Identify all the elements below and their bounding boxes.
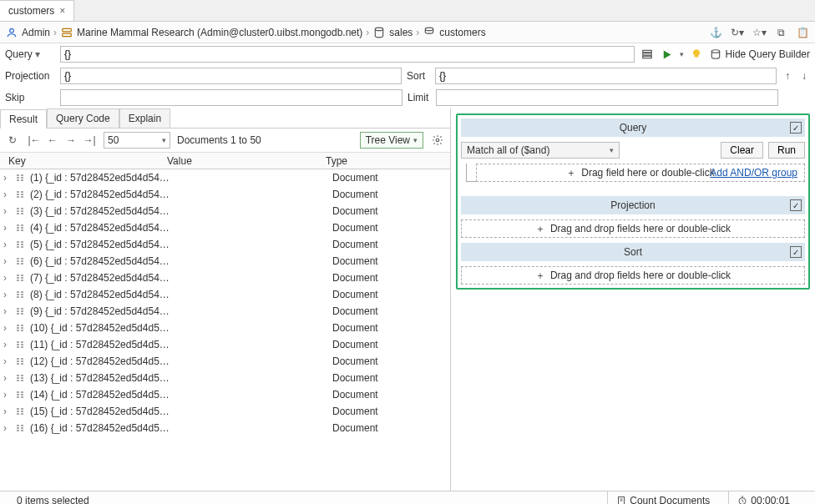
tab-explain[interactable]: Explain bbox=[119, 108, 170, 128]
expand-icon[interactable]: › bbox=[3, 389, 13, 401]
table-row[interactable]: ›(9) {_id : 57d28452ed5d4d54e8 { 13 fiel… bbox=[0, 303, 450, 320]
query-row: Query ▾ ▾ Hide Query Builder bbox=[0, 43, 815, 65]
chevron-down-icon[interactable]: ▾ bbox=[35, 48, 40, 60]
expand-icon[interactable]: › bbox=[3, 322, 13, 334]
anchor-icon[interactable]: ⚓ bbox=[708, 25, 723, 40]
svg-rect-5 bbox=[642, 50, 651, 52]
expand-icon[interactable]: › bbox=[3, 422, 13, 434]
qb-sort-checkbox[interactable]: ✓ bbox=[790, 246, 802, 258]
bulb-icon[interactable] bbox=[689, 47, 704, 62]
query-dropzone[interactable]: ＋ Drag field here or double-click Add AN… bbox=[476, 164, 805, 182]
expand-icon[interactable]: › bbox=[3, 289, 13, 300]
table-row[interactable]: ›(16) {_id : 57d28452ed5d4d54e { 13 fiel… bbox=[0, 420, 450, 436]
expand-icon[interactable]: › bbox=[3, 372, 13, 384]
expand-icon[interactable]: › bbox=[3, 205, 13, 217]
table-row[interactable]: ›(4) {_id : 57d28452ed5d4d54e8 { 13 fiel… bbox=[0, 219, 450, 236]
prev-page-icon[interactable]: ← bbox=[45, 133, 60, 148]
status-selection: 0 items selected bbox=[17, 495, 89, 505]
row-key: (12) {_id : 57d28452ed5d4d54e { 14 field… bbox=[27, 355, 174, 367]
refresh-icon[interactable]: ↻ bbox=[5, 133, 20, 148]
next-page-icon[interactable]: → bbox=[63, 133, 78, 148]
match-operator-select[interactable]: Match all of ($and)▾ bbox=[461, 142, 620, 159]
tab-querycode[interactable]: Query Code bbox=[47, 108, 119, 128]
col-value[interactable]: Value bbox=[167, 155, 326, 167]
table-row[interactable]: ›(14) {_id : 57d28452ed5d4d54e { 14 fiel… bbox=[0, 386, 450, 403]
document-icon bbox=[13, 289, 27, 300]
row-type: Document bbox=[332, 255, 450, 267]
star-dropdown-icon[interactable]: ☆▾ bbox=[752, 25, 767, 40]
projection-input[interactable] bbox=[60, 68, 402, 84]
breadcrumb-cluster[interactable]: Marine Mammal Research (Admin@cluster0.u… bbox=[77, 27, 362, 38]
col-key[interactable]: Key bbox=[0, 155, 167, 167]
table-row[interactable]: ›(10) {_id : 57d28452ed5d4d54e { 14 fiel… bbox=[0, 320, 450, 336]
qb-query-checkbox[interactable]: ✓ bbox=[790, 122, 802, 134]
options-icon[interactable] bbox=[640, 47, 655, 62]
refresh-dropdown-icon[interactable]: ↻▾ bbox=[730, 25, 745, 40]
row-key: (8) {_id : 57d28452ed5d4d54e8 { 13 field… bbox=[27, 289, 174, 300]
table-row[interactable]: ›(3) {_id : 57d28452ed5d4d54e8 { 13 fiel… bbox=[0, 203, 450, 219]
expand-icon[interactable]: › bbox=[3, 305, 13, 317]
row-type: Document bbox=[332, 272, 450, 284]
row-type: Document bbox=[332, 372, 450, 384]
table-row[interactable]: ›(7) {_id : 57d28452ed5d4d54e8 { 14 fiel… bbox=[0, 270, 450, 286]
sort-desc-icon[interactable]: ↓ bbox=[798, 70, 810, 82]
table-row[interactable]: ›(12) {_id : 57d28452ed5d4d54e { 14 fiel… bbox=[0, 353, 450, 370]
expand-icon[interactable]: › bbox=[3, 255, 13, 267]
table-row[interactable]: ›(8) {_id : 57d28452ed5d4d54e8 { 13 fiel… bbox=[0, 286, 450, 303]
grid-body[interactable]: ›(1) {_id : 57d28452ed5d4d54e8 { 14 fiel… bbox=[0, 169, 450, 491]
chevron-right-icon: › bbox=[416, 27, 419, 38]
paste-icon[interactable]: 📋 bbox=[795, 25, 810, 40]
svg-point-9 bbox=[436, 139, 439, 142]
row-type: Document bbox=[332, 172, 450, 184]
svg-rect-2 bbox=[63, 33, 72, 37]
expand-icon[interactable]: › bbox=[3, 189, 13, 200]
skip-input[interactable] bbox=[60, 89, 402, 106]
last-page-icon[interactable]: →| bbox=[82, 133, 97, 148]
sort-dropzone[interactable]: ＋ Drag and drop fields here or double-cl… bbox=[461, 266, 805, 285]
tab-customers[interactable]: customers × bbox=[0, 0, 74, 21]
qb-projection-checkbox[interactable]: ✓ bbox=[790, 199, 802, 211]
run-icon[interactable] bbox=[660, 47, 675, 62]
breadcrumb-db[interactable]: sales bbox=[389, 27, 413, 38]
expand-icon[interactable]: › bbox=[3, 406, 13, 417]
expand-icon[interactable]: › bbox=[3, 272, 13, 284]
expand-icon[interactable]: › bbox=[3, 355, 13, 367]
row-key: (7) {_id : 57d28452ed5d4d54e8 { 14 field… bbox=[27, 272, 174, 284]
expand-icon[interactable]: › bbox=[3, 239, 13, 250]
close-icon[interactable]: × bbox=[59, 5, 65, 17]
breadcrumb-user[interactable]: Admin bbox=[22, 27, 50, 38]
copy-icon[interactable]: ⧉ bbox=[773, 25, 788, 40]
hide-query-builder-button[interactable]: Hide Query Builder bbox=[709, 48, 810, 60]
run-button[interactable]: Run bbox=[768, 142, 805, 159]
sort-input[interactable] bbox=[435, 68, 777, 84]
table-row[interactable]: ›(1) {_id : 57d28452ed5d4d54e8 { 14 fiel… bbox=[0, 169, 450, 186]
page-size-select[interactable]: 50▾ bbox=[104, 132, 170, 149]
limit-input[interactable] bbox=[436, 89, 778, 106]
sort-asc-icon[interactable]: ↑ bbox=[782, 70, 793, 82]
svg-point-3 bbox=[376, 28, 383, 31]
table-row[interactable]: ›(13) {_id : 57d28452ed5d4d54e { 14 fiel… bbox=[0, 370, 450, 386]
expand-icon[interactable]: › bbox=[3, 172, 13, 184]
run-dropdown-icon[interactable]: ▾ bbox=[680, 50, 684, 58]
projection-dropzone[interactable]: ＋ Drag and drop fields here or double-cl… bbox=[461, 219, 805, 238]
clear-button[interactable]: Clear bbox=[721, 142, 763, 159]
first-page-icon[interactable]: |← bbox=[27, 133, 42, 148]
count-documents-button[interactable]: Count Documents bbox=[607, 491, 718, 504]
tab-result[interactable]: Result bbox=[0, 109, 47, 129]
table-row[interactable]: ›(2) {_id : 57d28452ed5d4d54e8 { 13 fiel… bbox=[0, 186, 450, 203]
col-type[interactable]: Type bbox=[326, 155, 450, 167]
expand-icon[interactable]: › bbox=[3, 222, 13, 234]
grid-header: Key Value Type bbox=[0, 153, 450, 169]
breadcrumb-collection[interactable]: customers bbox=[439, 27, 485, 38]
view-mode-select[interactable]: Tree View▾ bbox=[360, 132, 423, 149]
expand-icon[interactable]: › bbox=[3, 339, 13, 350]
projection-sort-row: Projection Sort ↑ ↓ bbox=[0, 65, 815, 87]
table-row[interactable]: ›(15) {_id : 57d28452ed5d4d54e { 14 fiel… bbox=[0, 403, 450, 420]
table-row[interactable]: ›(5) {_id : 57d28452ed5d4d54e8 { 12 fiel… bbox=[0, 236, 450, 253]
table-row[interactable]: ›(6) {_id : 57d28452ed5d4d54e8 { 14 fiel… bbox=[0, 253, 450, 270]
gear-icon[interactable] bbox=[430, 133, 445, 148]
svg-point-4 bbox=[426, 28, 433, 31]
add-group-link[interactable]: Add AND/OR group bbox=[710, 167, 797, 179]
table-row[interactable]: ›(11) {_id : 57d28452ed5d4d54e { 12 fiel… bbox=[0, 336, 450, 353]
query-input[interactable] bbox=[60, 46, 635, 63]
